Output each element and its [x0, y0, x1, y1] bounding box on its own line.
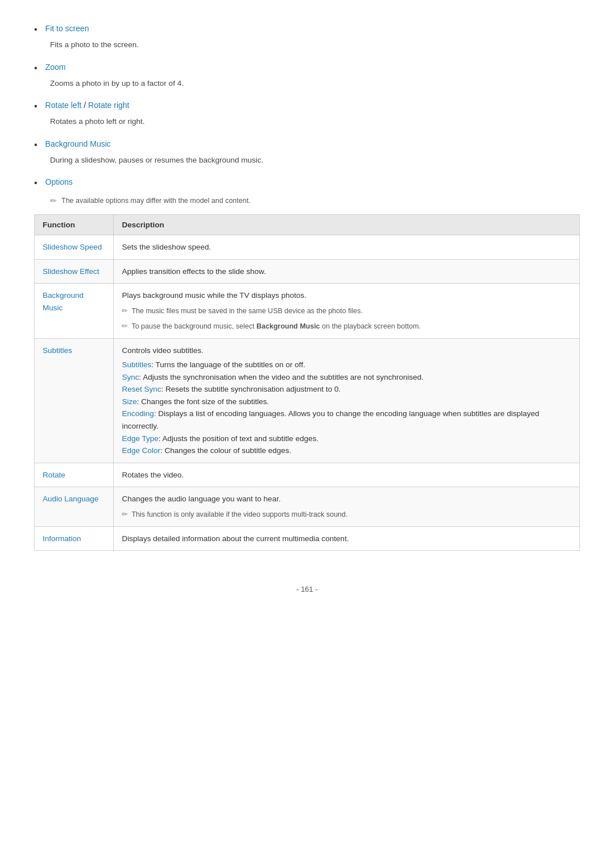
- table-row-information: Information Displays detailed informatio…: [35, 526, 580, 551]
- rotate-right-link[interactable]: Rotate right: [88, 101, 129, 110]
- bg-music-note-text-2: To pause the background music, select Ba…: [131, 321, 421, 332]
- rotate-left-link[interactable]: Rotate left: [45, 101, 82, 110]
- rotate-separator: /: [81, 101, 88, 110]
- slideshow-speed-desc: Sets the slideshow speed.: [114, 235, 580, 260]
- table-header-function: Function: [35, 215, 114, 235]
- note-pencil-icon: ✏: [50, 196, 57, 205]
- subtitles-item-5: Edge Type: Adjusts the position of text …: [122, 433, 571, 445]
- subtitles-item-1: Sync: Adjusts the synchronisation when t…: [122, 371, 571, 384]
- bullet-dot-bgmusic: •: [34, 138, 38, 152]
- bullet-zoom: • Zoom Zooms a photo in by up to a facto…: [34, 61, 580, 90]
- audio-language-cell: Changes the audio language you want to h…: [114, 487, 580, 526]
- subtitles-item-2: Reset Sync: Resets the subtitle synchron…: [122, 383, 571, 396]
- subtitles-text-0: : Turns the language of the subtitles on…: [151, 360, 305, 369]
- options-note-text: The available options may differ with th…: [61, 196, 251, 206]
- bullet-fit-to-screen: • Fit to screen Fits a photo to the scre…: [34, 23, 580, 51]
- note-icon-1: ✏: [122, 305, 128, 317]
- bg-music-table-cell: Plays background music while the TV disp…: [114, 284, 580, 338]
- subtitles-text-4: : Displays a list of encoding languages.…: [122, 409, 539, 430]
- slideshow-effect-label[interactable]: Slideshow Effect: [43, 267, 99, 276]
- subtitles-item-3: Size: Changes the font size of the subti…: [122, 396, 571, 408]
- table-row-background-music: Background Music Plays background music …: [35, 284, 580, 338]
- fit-to-screen-link[interactable]: Fit to screen: [45, 23, 89, 35]
- audio-language-note: ✏ This function is only available if the…: [122, 509, 571, 521]
- note-icon-audio: ✏: [122, 509, 128, 521]
- bg-music-note-1: ✏ The music files must be saved in the s…: [122, 305, 571, 317]
- subtitles-text-3: : Changes the font size of the subtitles…: [137, 397, 269, 406]
- table-row-slideshow-speed: Slideshow Speed Sets the slideshow speed…: [35, 235, 580, 260]
- information-desc: Displays detailed information about the …: [114, 526, 580, 551]
- table-row-slideshow-effect: Slideshow Effect Applies transition effe…: [35, 259, 580, 284]
- background-music-desc: During a slideshow, pauses or resumes th…: [50, 154, 580, 167]
- subtitles-item-0: Subtitles: Turns the language of the sub…: [122, 359, 571, 371]
- table-header-description: Description: [114, 215, 580, 235]
- rotate-desc: Rotates a photo left or right.: [50, 115, 580, 128]
- subtitles-table-label[interactable]: Subtitles: [43, 346, 72, 355]
- page-footer: - 161 -: [34, 585, 580, 593]
- background-music-link[interactable]: Background Music: [45, 138, 111, 150]
- audio-language-label[interactable]: Audio Language: [43, 495, 98, 503]
- options-link[interactable]: Options: [45, 176, 73, 188]
- bullet-dot-zoom: •: [34, 61, 38, 75]
- bg-music-bold-ref: Background Music: [256, 322, 320, 330]
- subtitles-label-2: Reset Sync: [122, 385, 161, 393]
- bg-music-main-desc: Plays background music while the TV disp…: [122, 289, 571, 302]
- page-number: - 161 -: [296, 585, 318, 593]
- table-row-audio-language: Audio Language Changes the audio languag…: [35, 487, 580, 526]
- fit-to-screen-desc: Fits a photo to the screen.: [50, 39, 580, 51]
- table-row-rotate: Rotate Rotates the video.: [35, 463, 580, 487]
- subtitles-main-desc: Controls video subtitles.: [122, 344, 571, 357]
- subtitles-label-4: Encoding: [122, 409, 154, 418]
- subtitles-label-6: Edge Color: [122, 446, 160, 455]
- audio-language-note-text: This function is only available if the v…: [131, 509, 347, 520]
- zoom-desc: Zooms a photo in by up to a factor of 4.: [50, 77, 580, 90]
- bullet-rotate: • Rotate left / Rotate right Rotates a p…: [34, 99, 580, 128]
- subtitles-text-2: : Resets the subtitle synchronisation ad…: [161, 385, 341, 393]
- bullet-dot-options: •: [34, 176, 38, 190]
- bullet-background-music: • Background Music During a slideshow, p…: [34, 138, 580, 167]
- options-table: Function Description Slideshow Speed Set…: [34, 214, 580, 551]
- subtitles-label-3: Size: [122, 397, 136, 406]
- rotate-links: Rotate left / Rotate right: [45, 99, 130, 111]
- subtitles-table-cell: Controls video subtitles. Subtitles: Tur…: [114, 338, 580, 463]
- bg-music-note-text-1: The music files must be saved in the sam…: [131, 305, 362, 317]
- subtitles-label-0: Subtitles: [122, 360, 151, 369]
- rotate-table-label[interactable]: Rotate: [43, 471, 65, 479]
- bullet-dot: •: [34, 23, 38, 36]
- zoom-link[interactable]: Zoom: [45, 61, 66, 73]
- subtitles-label-1: Sync: [122, 373, 139, 381]
- note-icon-2: ✏: [122, 321, 128, 333]
- options-note-box: ✏ The available options may differ with …: [50, 196, 580, 206]
- subtitles-item-4: Encoding: Displays a list of encoding la…: [122, 408, 571, 432]
- subtitles-text-1: : Adjusts the synchronisation when the v…: [139, 373, 424, 381]
- subtitles-text-6: : Changes the colour of subtitle edges.: [160, 446, 291, 455]
- subtitles-text-5: : Adjusts the position of text and subti…: [159, 434, 318, 443]
- subtitles-label-5: Edge Type: [122, 434, 158, 443]
- information-label[interactable]: Information: [43, 534, 81, 543]
- bullet-options: • Options ✏ The available options may di…: [34, 176, 580, 551]
- bg-music-note-2: ✏ To pause the background music, select …: [122, 321, 571, 333]
- rotate-table-desc: Rotates the video.: [114, 463, 580, 487]
- table-row-subtitles: Subtitles Controls video subtitles. Subt…: [35, 338, 580, 463]
- bullet-dot-rotate: •: [34, 99, 38, 113]
- bg-music-table-label[interactable]: Background Music: [43, 291, 84, 312]
- audio-language-desc: Changes the audio language you want to h…: [122, 493, 571, 505]
- subtitles-item-6: Edge Color: Changes the colour of subtit…: [122, 445, 571, 457]
- slideshow-effect-desc: Applies transition effects to the slide …: [114, 259, 580, 284]
- slideshow-speed-label[interactable]: Slideshow Speed: [43, 243, 102, 251]
